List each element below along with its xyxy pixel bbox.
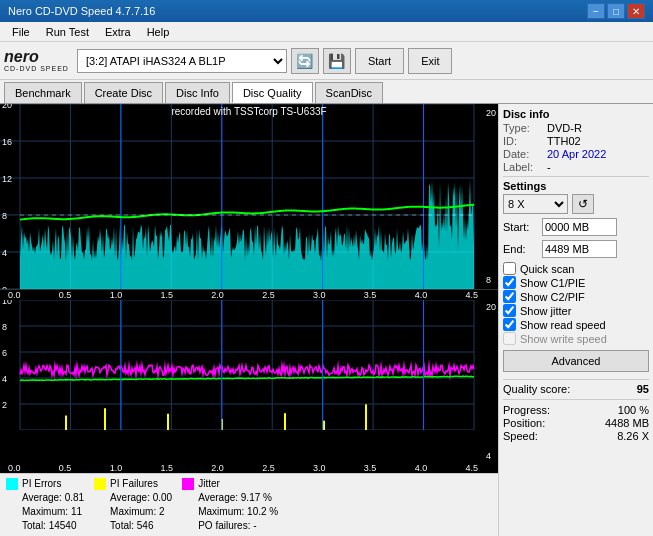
reload-icon-button[interactable]: 🔄 [291, 48, 319, 74]
show-write-speed-checkbox[interactable] [503, 332, 516, 345]
show-jitter-row: Show jitter [503, 304, 649, 317]
drive-select[interactable]: [3:2] ATAPI iHAS324 A BL1P [77, 49, 287, 73]
start-button[interactable]: Start [355, 48, 404, 74]
main-content: recorded with TSSTcorp TS-U633F 20 8 0.0… [0, 104, 653, 536]
show-c1-row: Show C1/PIE [503, 276, 649, 289]
tab-disc-info[interactable]: Disc Info [165, 82, 230, 103]
progress-value: 100 % [618, 404, 649, 416]
disc-label-row: Label: - [503, 161, 649, 173]
upper-x-axis: 0.0 0.5 1.0 1.5 2.0 2.5 3.0 3.5 4.0 4.5 [0, 290, 498, 300]
divider-2 [503, 379, 649, 380]
divider-1 [503, 176, 649, 177]
tabs: Benchmark Create Disc Disc Info Disc Qua… [0, 80, 653, 104]
label-label: Label: [503, 161, 543, 173]
position-value: 4488 MB [605, 417, 649, 429]
show-jitter-checkbox[interactable] [503, 304, 516, 317]
tab-disc-quality[interactable]: Disc Quality [232, 82, 313, 103]
show-write-speed-row: Show write speed [503, 332, 649, 345]
position-label: Position: [503, 417, 545, 429]
id-value: TTH02 [547, 135, 581, 147]
tab-create-disc[interactable]: Create Disc [84, 82, 163, 103]
show-jitter-label: Show jitter [520, 305, 571, 317]
start-mb-row: Start: [503, 218, 649, 236]
chart-area: recorded with TSSTcorp TS-U633F 20 8 0.0… [0, 104, 498, 536]
progress-section: Progress: 100 % Position: 4488 MB Speed:… [503, 404, 649, 442]
disc-id-row: ID: TTH02 [503, 135, 649, 147]
legend-pi-failures: PI Failures Average: 0.00 Maximum: 2 Tot… [94, 477, 172, 533]
upper-chart-canvas [0, 104, 494, 289]
menu-help[interactable]: Help [139, 24, 178, 40]
type-value: DVD-R [547, 122, 582, 134]
end-mb-label: End: [503, 243, 538, 255]
show-write-speed-label: Show write speed [520, 333, 607, 345]
pi-failures-maximum: Maximum: 2 [110, 505, 172, 519]
disc-date-row: Date: 20 Apr 2022 [503, 148, 649, 160]
show-c1-checkbox[interactable] [503, 276, 516, 289]
quick-scan-row: Quick scan [503, 262, 649, 275]
minimize-button[interactable]: − [587, 3, 605, 19]
settings-refresh-icon[interactable]: ↺ [572, 194, 594, 214]
save-icon-button[interactable]: 💾 [323, 48, 351, 74]
pi-failures-average: Average: 0.00 [110, 491, 172, 505]
show-read-speed-checkbox[interactable] [503, 318, 516, 331]
end-mb-input[interactable] [542, 240, 617, 258]
titlebar-controls: − □ ✕ [587, 3, 645, 19]
position-row: Position: 4488 MB [503, 417, 649, 429]
show-read-speed-row: Show read speed [503, 318, 649, 331]
titlebar: Nero CD-DVD Speed 4.7.7.16 − □ ✕ [0, 0, 653, 22]
menu-file[interactable]: File [4, 24, 38, 40]
recorded-with-label: recorded with TSSTcorp TS-U633F [0, 106, 498, 117]
quick-scan-label: Quick scan [520, 263, 574, 275]
pi-errors-name: PI Errors [22, 477, 84, 491]
nero-sub-text: CD-DVD SPEED [4, 65, 69, 72]
exit-button[interactable]: Exit [408, 48, 452, 74]
nero-brand-text: nero [4, 49, 39, 65]
side-panel: Disc info Type: DVD-R ID: TTH02 Date: 20… [498, 104, 653, 536]
show-read-speed-label: Show read speed [520, 319, 606, 331]
quality-score-label: Quality score: [503, 383, 570, 395]
id-label: ID: [503, 135, 543, 147]
menu-extra[interactable]: Extra [97, 24, 139, 40]
menubar: File Run Test Extra Help [0, 22, 653, 42]
maximize-button[interactable]: □ [607, 3, 625, 19]
pi-errors-average: Average: 0.81 [22, 491, 84, 505]
show-c2-checkbox[interactable] [503, 290, 516, 303]
divider-3 [503, 399, 649, 400]
menu-run-test[interactable]: Run Test [38, 24, 97, 40]
show-c2-row: Show C2/PIF [503, 290, 649, 303]
legend-pi-errors: PI Errors Average: 0.81 Maximum: 11 Tota… [6, 477, 84, 533]
start-mb-input[interactable] [542, 218, 617, 236]
jitter-average: Average: 9.17 % [198, 491, 278, 505]
speed-select[interactable]: 8 X [503, 194, 568, 214]
speed-label: Speed: [503, 430, 538, 442]
lower-x-axis: 0.0 0.5 1.0 1.5 2.0 2.5 3.0 3.5 4.0 4.5 [0, 463, 498, 473]
speed-value: 8.26 X [617, 430, 649, 442]
tab-scandisc[interactable]: ScanDisc [315, 82, 383, 103]
label-value: - [547, 161, 551, 173]
jitter-details: Jitter Average: 9.17 % Maximum: 10.2 % P… [198, 477, 278, 533]
legend-jitter: Jitter Average: 9.17 % Maximum: 10.2 % P… [182, 477, 278, 533]
pi-failures-color [94, 478, 106, 490]
jitter-name: Jitter [198, 477, 278, 491]
pi-errors-color [6, 478, 18, 490]
quick-scan-checkbox[interactable] [503, 262, 516, 275]
advanced-button[interactable]: Advanced [503, 350, 649, 372]
lower-chart-canvas [0, 300, 494, 430]
lower-chart: 20 4 [0, 300, 498, 463]
date-value: 20 Apr 2022 [547, 148, 606, 160]
jitter-color [182, 478, 194, 490]
quality-score-row: Quality score: 95 [503, 383, 649, 395]
titlebar-title: Nero CD-DVD Speed 4.7.7.16 [8, 5, 155, 17]
speed-row: 8 X ↺ [503, 194, 649, 214]
pi-errors-maximum: Maximum: 11 [22, 505, 84, 519]
type-label: Type: [503, 122, 543, 134]
disc-type-row: Type: DVD-R [503, 122, 649, 134]
tab-benchmark[interactable]: Benchmark [4, 82, 82, 103]
show-c1-label: Show C1/PIE [520, 277, 585, 289]
progress-label: Progress: [503, 404, 550, 416]
close-button[interactable]: ✕ [627, 3, 645, 19]
pi-errors-details: PI Errors Average: 0.81 Maximum: 11 Tota… [22, 477, 84, 533]
pi-failures-total: Total: 546 [110, 519, 172, 533]
jitter-po-failures: PO failures: - [198, 519, 278, 533]
progress-row: Progress: 100 % [503, 404, 649, 416]
